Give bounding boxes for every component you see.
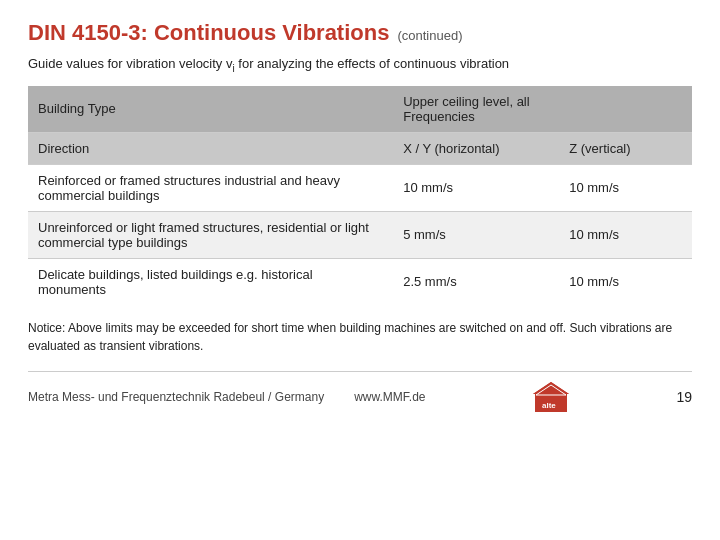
col-building-type: Building Type <box>28 86 393 133</box>
building-row1: Reinforced or framed structures industri… <box>28 164 393 211</box>
horizontal-row1: 10 mm/s <box>393 164 559 211</box>
svg-marker-1 <box>533 382 569 394</box>
page-title: DIN 4150-3: Continuous Vibrations (conti… <box>28 20 692 46</box>
vertical-row3: 10 mm/s <box>559 258 692 305</box>
vertical-row2: 10 mm/s <box>559 211 692 258</box>
table-header-row: Building Type Upper ceiling level, all F… <box>28 86 692 133</box>
horizontal-row2: 5 mm/s <box>393 211 559 258</box>
subtitle-text: Guide values for vibration velocity vi f… <box>28 56 509 71</box>
vibration-table: Building Type Upper ceiling level, all F… <box>28 86 692 305</box>
svg-text:alte: alte <box>542 401 556 410</box>
horizontal-row3: 2.5 mm/s <box>393 258 559 305</box>
table-row: Reinforced or framed structures industri… <box>28 164 692 211</box>
footer: Metra Mess- und Frequenztechnik Radebeul… <box>28 371 692 414</box>
table-row: Unreinforced or light framed structures,… <box>28 211 692 258</box>
logo-icon: alte <box>531 380 571 414</box>
col-upper-ceiling: Upper ceiling level, all Frequencies <box>393 86 559 133</box>
subtitle: Guide values for vibration velocity vi f… <box>28 56 692 74</box>
direction-vertical: Z (vertical) <box>559 132 692 164</box>
col-z-header <box>559 86 692 133</box>
direction-horizontal: X / Y (horizontal) <box>393 132 559 164</box>
title-text: DIN 4150-3: Continuous Vibrations <box>28 20 389 46</box>
page-number: 19 <box>676 389 692 405</box>
footer-left: Metra Mess- und Frequenztechnik Radebeul… <box>28 390 425 404</box>
website: www.MMF.de <box>354 390 425 404</box>
direction-label: Direction <box>28 132 393 164</box>
table-row: Delicate buildings, listed buildings e.g… <box>28 258 692 305</box>
building-row2: Unreinforced or light framed structures,… <box>28 211 393 258</box>
building-row3: Delicate buildings, listed buildings e.g… <box>28 258 393 305</box>
continued-label: (continued) <box>397 28 462 43</box>
notice-text: Notice: Above limits may be exceeded for… <box>28 319 692 355</box>
table-row-direction: Direction X / Y (horizontal) Z (vertical… <box>28 132 692 164</box>
company-name: Metra Mess- und Frequenztechnik Radebeul… <box>28 390 324 404</box>
vertical-row1: 10 mm/s <box>559 164 692 211</box>
